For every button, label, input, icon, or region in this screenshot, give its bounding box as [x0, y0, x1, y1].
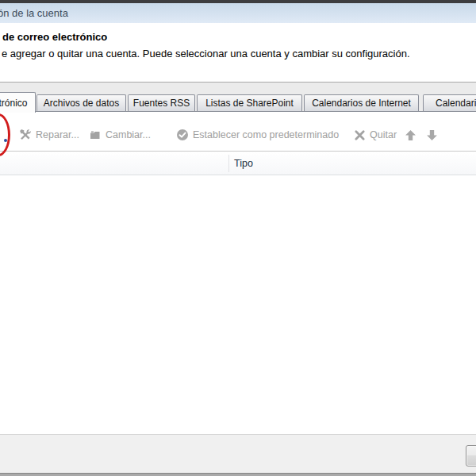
move-down-button[interactable] — [425, 125, 438, 144]
up-arrow-icon — [404, 129, 416, 141]
crossed-tools-icon — [19, 129, 32, 141]
tab-archivos-de-datos[interactable]: Archivos de datos — [36, 94, 126, 111]
page-description: e agregar o quitar una cuenta. Puede sel… — [2, 48, 410, 60]
tab-fuentes-rss[interactable]: Fuentes RSS — [128, 94, 195, 111]
close-button[interactable] — [466, 445, 476, 466]
list-header-row: Tipo — [0, 152, 476, 175]
page-title: de correo electrónico — [2, 31, 107, 43]
column-divider — [228, 155, 229, 172]
folder-icon — [89, 129, 102, 141]
title-bar[interactable]: ón de la cuenta — [0, 3, 476, 23]
check-circle-icon — [176, 129, 189, 141]
remove-button[interactable]: Quitar — [353, 125, 397, 144]
tab-correo-electronico[interactable]: trónico — [0, 92, 36, 113]
annotation-circle — [0, 113, 10, 156]
accounts-list-body[interactable] — [0, 175, 476, 434]
tab-calendarios-de-internet[interactable]: Calendarios de Internet — [304, 94, 419, 111]
down-arrow-icon — [425, 129, 438, 141]
window-bottom-edge — [0, 473, 476, 476]
tab-listas-de-sharepoint[interactable]: Listas de SharePoint — [197, 94, 302, 111]
x-mark-icon — [353, 129, 366, 141]
remove-button-label: Quitar — [370, 129, 397, 140]
repair-button[interactable]: Reparar... — [19, 125, 79, 144]
tab-calendarios-publicados[interactable]: Calendario — [423, 94, 476, 111]
set-default-button-label: Establecer como predeterminado — [193, 129, 339, 140]
repair-button-label: Reparar... — [36, 129, 79, 140]
set-default-button[interactable]: Establecer como predeterminado — [176, 125, 339, 144]
new-button-icon-fragment — [4, 139, 7, 142]
accounts-list[interactable]: Tipo — [0, 151, 476, 434]
window-title: ón de la cuenta — [2, 7, 68, 19]
change-button[interactable]: Cambiar... — [89, 125, 151, 144]
dialog-footer — [0, 434, 476, 473]
move-up-button[interactable] — [404, 125, 416, 144]
change-button-label: Cambiar... — [106, 129, 151, 140]
column-header-tipo[interactable]: Tipo — [234, 152, 253, 175]
